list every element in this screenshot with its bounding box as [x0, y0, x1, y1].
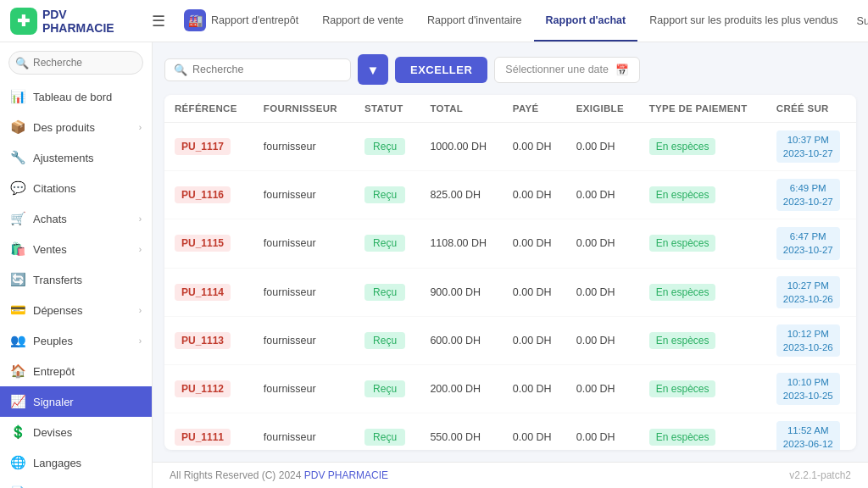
sidebar-item-devises[interactable]: 💲 Devises [0, 417, 152, 447]
sidebar-item-ajustements[interactable]: 🔧 Ajustements [0, 142, 152, 173]
tab-vente[interactable]: Rapport de vente [310, 0, 415, 42]
footer: All Rights Reserved (C) 2024 PDV PHARMAC… [153, 462, 868, 488]
sidebar-search-wrap: 🔍 [0, 42, 152, 81]
table-row[interactable]: PU_1114 fournisseur Reçu 900.00 DH 0.00 … [164, 268, 856, 316]
cell-total: 200.00 DH [420, 364, 502, 413]
signaler-icon: 📈 [10, 394, 26, 409]
table-row[interactable]: PU_1111 fournisseur Reçu 550.00 DH 0.00 … [164, 413, 856, 450]
cell-paiement: En espèces [639, 268, 766, 316]
hamburger-icon[interactable]: ☰ [152, 12, 165, 30]
date-placeholder: Sélectionner une date [505, 64, 609, 75]
cell-statut: Reçu [354, 171, 420, 219]
tab-achat[interactable]: Rapport d'achat [534, 0, 638, 42]
table-row[interactable]: PU_1116 fournisseur Reçu 825.00 DH 0.00 … [164, 171, 856, 219]
table-header-row: RÉFÉRENCE FOURNISSEUR STATUT TOTAL PAYÉ … [164, 95, 856, 123]
search-icon: 🔍 [174, 64, 187, 76]
cell-ref: PU_1114 [164, 268, 253, 316]
nav-tabs: 🏭 Rapport d'entrepôt Rapport de vente Ra… [172, 0, 850, 42]
cell-fournisseur: fournisseur [253, 171, 354, 219]
entrepot-icon: 🏠 [10, 363, 26, 379]
sidebar-item-label: Signaler [33, 396, 74, 408]
sidebar-item-label: Transferts [33, 274, 82, 286]
cell-ref: PU_1115 [164, 219, 253, 268]
cell-paiement: En espèces [639, 364, 766, 413]
tab-vente-label: Rapport de vente [322, 14, 403, 26]
cell-ref: PU_1113 [164, 316, 253, 364]
cell-paye: 0.00 DH [503, 219, 566, 268]
excel-button[interactable]: EXCELLER [395, 57, 487, 83]
cell-created: 6:49 PM2023-10-27 [766, 171, 856, 219]
chevron-right-icon: › [139, 245, 142, 254]
sidebar-item-label: Dépenses [33, 304, 83, 317]
cell-paye: 0.00 DH [503, 123, 566, 171]
cell-created: 10:12 PM2023-10-26 [766, 316, 856, 364]
sidebar-item-peuples[interactable]: 👥 Peuples › [0, 325, 152, 356]
date-picker-button[interactable]: Sélectionner une date 📅 [494, 57, 640, 83]
sidebar-item-entrepot[interactable]: 🏠 Entrepôt [0, 356, 152, 386]
cell-statut: Reçu [354, 316, 420, 364]
cell-ref: PU_1112 [164, 364, 253, 413]
filter-button[interactable]: ▼ [358, 54, 388, 85]
table-row[interactable]: PU_1113 fournisseur Reçu 600.00 DH 0.00 … [164, 316, 856, 364]
calendar-icon: 📅 [615, 64, 629, 76]
sidebar-item-tableau-de-bord[interactable]: 📊 Tableau de bord [0, 81, 152, 112]
cell-paiement: En espèces [639, 316, 766, 364]
cell-exigible: 0.00 DH [566, 316, 639, 364]
sidebar-item-depenses[interactable]: 💳 Dépenses › [0, 295, 152, 325]
cell-statut: Reçu [354, 413, 420, 450]
cell-exigible: 0.00 DH [566, 268, 639, 316]
brand-name: PDV PHARMACIE [42, 8, 142, 35]
footer-version: v2.2.1-patch2 [789, 469, 851, 481]
footer-brand-link[interactable]: PDV PHARMACIE [304, 469, 388, 481]
sidebar-item-des-produits[interactable]: 📦 Des produits › [0, 112, 152, 142]
chevron-right-icon: › [139, 336, 142, 346]
entrepot-tab-icon: 🏭 [184, 9, 206, 31]
sidebar-item-modeles[interactable]: 📄 Modèles › [0, 478, 152, 488]
cell-statut: Reçu [354, 123, 420, 171]
sidebar-item-ventes[interactable]: 🛍️ Ventes › [0, 234, 152, 264]
cell-paiement: En espèces [639, 219, 766, 268]
col-fournisseur: FOURNISSEUR [253, 95, 354, 123]
depenses-icon: 💳 [10, 302, 26, 318]
table-row[interactable]: PU_1112 fournisseur Reçu 200.00 DH 0.00 … [164, 364, 856, 413]
search-input[interactable] [192, 64, 342, 75]
sidebar-item-citations[interactable]: 💬 Citations [0, 173, 152, 203]
suite-button[interactable]: Suite ▾ [857, 14, 868, 27]
cell-exigible: 0.00 DH [566, 364, 639, 413]
tab-plus-vendus[interactable]: Rapport sur les produits les plus vendus [637, 0, 849, 42]
table-row[interactable]: PU_1117 fournisseur Reçu 1000.00 DH 0.00… [164, 123, 856, 171]
cell-paye: 0.00 DH [503, 171, 566, 219]
sidebar-item-transferts[interactable]: 🔄 Transferts [0, 264, 152, 295]
chevron-right-icon: › [139, 214, 142, 224]
cell-total: 550.00 DH [420, 413, 502, 450]
sidebar-item-langages[interactable]: 🌐 Langages [0, 447, 152, 478]
brand: ✚ PDV PHARMACIE [10, 8, 142, 35]
table-row[interactable]: PU_1115 fournisseur Reçu 1108.00 DH 0.00… [164, 219, 856, 268]
cell-exigible: 0.00 DH [566, 123, 639, 171]
cell-exigible: 0.00 DH [566, 413, 639, 450]
tab-plus-vendus-label: Rapport sur les produits les plus vendus [649, 14, 837, 26]
sidebar-search-icon: 🔍 [15, 57, 29, 69]
sidebar-item-achats[interactable]: 🛒 Achats › [0, 203, 152, 234]
cell-statut: Reçu [354, 268, 420, 316]
sidebar-item-signaler[interactable]: 📈 Signaler [0, 386, 152, 417]
top-nav: ✚ PDV PHARMACIE ☰ 🏭 Rapport d'entrepôt R… [0, 0, 868, 42]
col-paiement: TYPE DE PAIEMENT [639, 95, 766, 123]
tableau-de-bord-icon: 📊 [10, 89, 26, 104]
cell-exigible: 0.00 DH [566, 171, 639, 219]
tab-inventaire-label: Rapport d'inventaire [427, 14, 521, 26]
cell-fournisseur: fournisseur [253, 268, 354, 316]
chevron-right-icon: › [139, 123, 142, 132]
cell-paiement: En espèces [639, 123, 766, 171]
tab-inventaire[interactable]: Rapport d'inventaire [415, 0, 533, 42]
nav-right: Suite ▾ PDV 👤 Directeur Admin ▾ [857, 7, 868, 36]
achats-icon: 🛒 [10, 211, 26, 226]
cell-statut: Reçu [354, 364, 420, 413]
chevron-right-icon: › [139, 306, 142, 315]
cell-fournisseur: fournisseur [253, 316, 354, 364]
cell-ref: PU_1111 [164, 413, 253, 450]
cell-fournisseur: fournisseur [253, 364, 354, 413]
tab-entrepot[interactable]: 🏭 Rapport d'entrepôt [172, 0, 310, 42]
sidebar-item-label: Langages [33, 457, 81, 469]
langages-icon: 🌐 [10, 455, 26, 470]
